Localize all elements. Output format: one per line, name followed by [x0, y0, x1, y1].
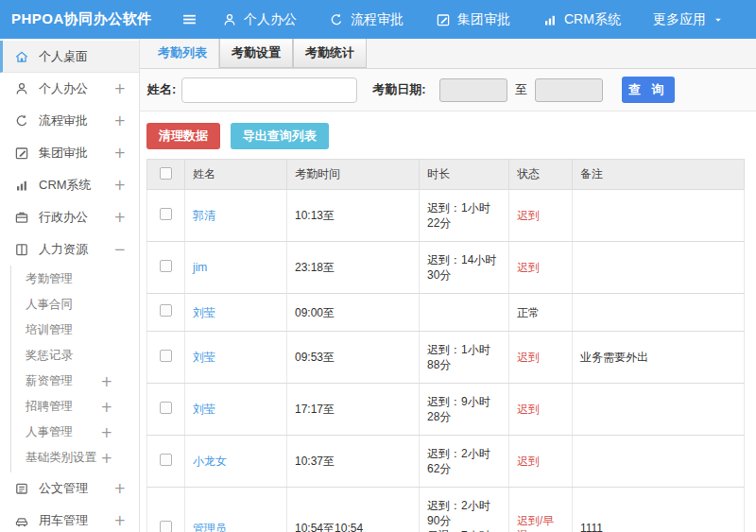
sidebar-subitem[interactable]: 基础类别设置+ — [11, 445, 139, 471]
row-checkbox[interactable] — [160, 402, 172, 414]
status-badge: 迟到/早退 — [517, 514, 554, 532]
row-checkbox[interactable] — [160, 350, 172, 362]
sidebar-item-label: 行政办公 — [39, 209, 113, 226]
expand-toggle[interactable]: + — [113, 209, 126, 226]
row-checkbox[interactable] — [160, 454, 172, 466]
sidebar-subitem[interactable]: 奖惩记录 — [11, 343, 139, 369]
expand-toggle[interactable]: + — [113, 112, 126, 129]
column-header: 考勤时间 — [287, 160, 420, 190]
employee-name-link[interactable]: 刘莹 — [193, 403, 215, 416]
sidebar-item[interactable]: 用车管理+ — [0, 505, 139, 532]
status-cell: 迟到 — [509, 190, 573, 242]
sidebar-item[interactable]: 个人桌面 — [0, 41, 139, 73]
expand-toggle[interactable]: + — [113, 480, 126, 497]
tab-active[interactable]: 考勤列表 — [146, 39, 219, 68]
sidebar-subitem-label: 人事管理 — [26, 424, 100, 440]
row-checkbox[interactable] — [160, 260, 172, 272]
sidebar-item-label: 人力资源 — [39, 241, 113, 258]
sidebar-item[interactable]: 行政办公+ — [0, 201, 139, 233]
expand-toggle[interactable]: + — [100, 450, 112, 467]
table-row: 管理员10:54至10:54迟到：2小时90分 早退：7小时10分迟到/早退11… — [147, 488, 745, 532]
name-cell: 管理员 — [185, 488, 287, 532]
sidebar-subitem[interactable]: 人事管理+ — [11, 420, 139, 445]
top-nav-item[interactable]: 更多应用 — [653, 11, 724, 28]
date-to-input[interactable] — [535, 78, 603, 102]
employee-name-link[interactable]: 管理员 — [193, 522, 227, 532]
clean-data-button[interactable]: 清理数据 — [146, 123, 220, 149]
search-form: 姓名: 考勤日期: 至 查 询 — [140, 69, 756, 112]
expand-toggle[interactable]: − — [113, 241, 126, 258]
expand-toggle[interactable]: + — [100, 373, 112, 390]
top-nav-item[interactable]: 个人办公 — [222, 11, 297, 28]
employee-name-link[interactable]: 刘莹 — [193, 351, 215, 364]
status-badge: 迟到 — [517, 403, 540, 416]
sidebar-subitem[interactable]: 考勤管理 — [11, 266, 139, 292]
row-check-cell — [147, 488, 185, 532]
table-row: 刘莹17:17至迟到：9小时28分迟到 — [147, 384, 745, 436]
duration-cell: 迟到：14小时30分 — [420, 242, 509, 294]
tab-item[interactable]: 考勤统计 — [293, 39, 367, 68]
expand-toggle[interactable]: + — [113, 145, 126, 162]
row-checkbox[interactable] — [160, 521, 172, 532]
hamburger-menu-button[interactable] — [181, 11, 198, 27]
sidebar-item[interactable]: 集团审批+ — [0, 137, 139, 169]
sidebar-subitem-label: 基础类别设置 — [26, 450, 100, 466]
sidebar-item[interactable]: 公文管理+ — [0, 472, 139, 505]
name-cell: 刘莹 — [185, 332, 287, 384]
duration-cell — [420, 294, 509, 332]
note-cell — [573, 242, 745, 294]
top-nav-item[interactable]: 集团审批 — [436, 11, 510, 28]
employee-name-link[interactable]: 小龙女 — [193, 455, 227, 468]
sidebar-item[interactable]: 流程审批+ — [0, 105, 139, 137]
sidebar-subitem[interactable]: 薪资管理+ — [11, 369, 139, 394]
status-badge: 正常 — [517, 306, 540, 319]
select-all-checkbox[interactable] — [160, 167, 172, 180]
sidebar-item[interactable]: 个人办公+ — [0, 73, 139, 105]
date-label: 考勤日期: — [372, 81, 425, 98]
main-panel: 考勤列表考勤设置考勤统计 姓名: 考勤日期: 至 查 询 清理数据 导出查询列表 — [140, 39, 756, 532]
row-check-cell — [147, 384, 185, 436]
top-nav-item-label: 集团审批 — [457, 11, 510, 28]
note-cell: 1111 — [573, 488, 745, 532]
sidebar-subitem-label: 人事合同 — [26, 297, 112, 313]
top-nav-item[interactable]: 流程审批 — [329, 11, 404, 28]
sidebar-subitem[interactable]: 招聘管理+ — [11, 394, 139, 420]
expand-toggle[interactable]: + — [100, 399, 112, 416]
employee-name-link[interactable]: 郭清 — [193, 209, 215, 222]
name-cell: 刘莹 — [185, 294, 287, 332]
note-cell: 业务需要外出 — [573, 332, 745, 384]
duration-cell: 迟到：2小时90分 早退：7小时10分 — [420, 488, 509, 532]
name-input[interactable] — [181, 77, 357, 103]
table-row: 郭清10:13至迟到：1小时22分迟到 — [147, 190, 745, 242]
row-checkbox[interactable] — [160, 208, 172, 220]
status-badge: 迟到 — [517, 351, 540, 364]
row-checkbox[interactable] — [160, 304, 172, 317]
expand-toggle[interactable]: + — [100, 424, 112, 441]
duration-cell: 迟到：1小时88分 — [420, 332, 509, 384]
expand-toggle[interactable]: + — [113, 512, 126, 529]
sidebar-item[interactable]: 人力资源− — [0, 233, 139, 266]
query-button[interactable]: 查 询 — [622, 77, 675, 103]
sidebar-item[interactable]: CRM系统+ — [0, 169, 139, 201]
export-list-button[interactable]: 导出查询列表 — [231, 123, 329, 149]
cycle-icon — [14, 113, 29, 129]
top-nav-item[interactable]: CRM系统 — [542, 11, 621, 28]
sidebar-subitem[interactable]: 人事合同 — [11, 292, 139, 317]
employee-name-link[interactable]: 刘莹 — [193, 306, 215, 319]
name-cell: 小龙女 — [185, 436, 287, 488]
book-icon — [14, 242, 29, 257]
edit-icon — [436, 12, 451, 27]
duration-cell: 迟到：9小时28分 — [420, 384, 509, 436]
table-header: 姓名考勤时间时长状态备注 — [147, 160, 745, 190]
time-cell: 10:37至 — [287, 436, 420, 488]
name-cell: jim — [185, 242, 287, 294]
briefcase-icon — [14, 210, 29, 225]
sidebar-subitem[interactable]: 培训管理 — [11, 317, 139, 343]
tab-item[interactable]: 考勤设置 — [219, 39, 293, 68]
employee-name-link[interactable]: jim — [193, 261, 207, 274]
top-nav: 个人办公流程审批集团审批CRM系统更多应用 — [222, 11, 724, 28]
expand-toggle[interactable]: + — [113, 80, 126, 97]
person-icon — [222, 12, 237, 27]
expand-toggle[interactable]: + — [113, 177, 126, 194]
date-from-input[interactable] — [439, 78, 507, 102]
